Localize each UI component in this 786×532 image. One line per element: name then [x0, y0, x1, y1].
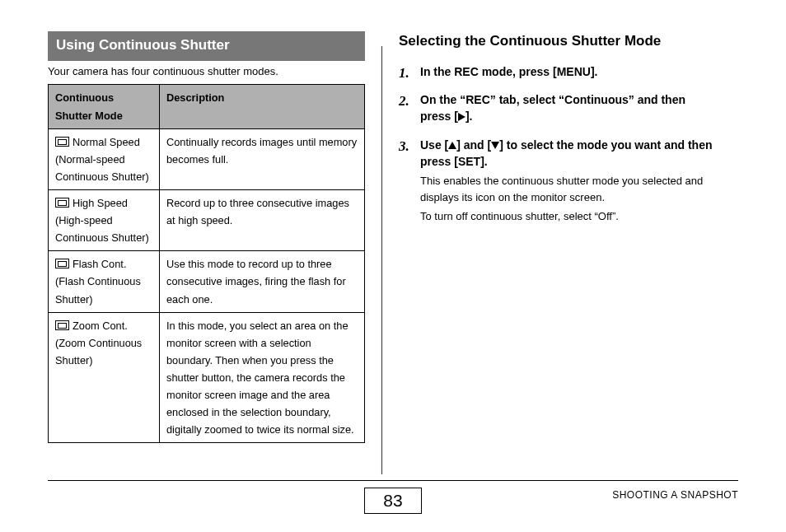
left-column: Using Continuous Shutter Your camera has… [48, 31, 381, 461]
mode-sub: (Normal-speed Continuous Shutter) [55, 151, 152, 185]
mode-cell: Normal Speed (Normal-speed Continuous Sh… [49, 128, 160, 189]
step-2: On the “REC” tab, select “Continuous” an… [399, 91, 716, 125]
step-text: Use [] and [] to select the mode you wan… [420, 138, 712, 168]
page-footer: 83 SHOOTING A SNAPSHOT [48, 480, 738, 516]
table-head-desc: Description [160, 85, 365, 128]
step-1: In the REC mode, press [MENU]. [399, 63, 716, 80]
mode-cell: High Speed (High-speed Continuous Shutte… [49, 190, 160, 251]
step-text: On the “REC” tab, select “Continuous” an… [420, 93, 685, 123]
desc-cell: In this mode, you select an area on the … [160, 312, 365, 443]
table-row: Flash Cont. (Flash Continuous Shutter) U… [49, 251, 365, 312]
mode-cell: Zoom Cont. (Zoom Continuous Shutter) [49, 312, 160, 443]
right-heading: Selecting the Continuous Shutter Mode [399, 31, 716, 52]
desc-cell: Continually records images until memory … [160, 128, 365, 189]
step-frag: ] and [ [456, 138, 491, 152]
mode-sub: (High-speed Continuous Shutter) [55, 212, 152, 246]
table-row: Zoom Cont. (Zoom Continuous Shutter) In … [49, 312, 365, 443]
table-row: Normal Speed (Normal-speed Continuous Sh… [49, 128, 365, 189]
steps-list: In the REC mode, press [MENU]. On the “R… [399, 63, 716, 225]
desc-cell: Use this mode to record up to three cons… [160, 251, 365, 312]
footer-label: SHOOTING A SNAPSHOT [612, 489, 738, 501]
mode-cell: Flash Cont. (Flash Continuous Shutter) [49, 251, 160, 312]
high-speed-icon [55, 198, 69, 208]
right-column: Selecting the Continuous Shutter Mode In… [382, 31, 716, 461]
table-row: High Speed (High-speed Continuous Shutte… [49, 190, 365, 251]
mode-sub: (Flash Continuous Shutter) [55, 273, 152, 307]
step-3: Use [] and [] to select the mode you wan… [399, 137, 716, 225]
zoom-cont-icon [55, 320, 69, 330]
step-sub-text: To turn off continuous shutter, select “… [420, 208, 716, 225]
flash-cont-icon [55, 259, 69, 268]
step-frag: ]. [466, 110, 473, 123]
down-arrow-icon [491, 142, 499, 149]
intro-text: Your camera has four continuous shutter … [48, 64, 365, 80]
right-arrow-icon [458, 113, 466, 121]
up-arrow-icon [448, 142, 456, 149]
table-head-mode: Continuous Shutter Mode [49, 85, 160, 128]
normal-speed-icon [55, 137, 69, 147]
table-header-row: Continuous Shutter Mode Description [49, 85, 365, 128]
step-sub-text: This enables the continuous shutter mode… [420, 173, 716, 205]
footer-row: 83 SHOOTING A SNAPSHOT [48, 486, 738, 516]
mode-sub: (Zoom Continuous Shutter) [55, 334, 152, 369]
mode-name: Zoom Cont. [73, 320, 128, 332]
footer-rule [48, 480, 738, 481]
shutter-modes-table: Continuous Shutter Mode Description Norm… [48, 84, 365, 443]
desc-cell: Record up to three consecutive images at… [160, 190, 365, 251]
mode-name: Flash Cont. [73, 258, 126, 270]
step-text: In the REC mode, press [MENU]. [420, 65, 597, 78]
page-number: 83 [364, 488, 421, 514]
mode-name: High Speed [73, 197, 128, 209]
section-title-bar: Using Continuous Shutter [48, 31, 365, 61]
page-body: Using Continuous Shutter Your camera has… [0, 0, 786, 461]
mode-name: Normal Speed [73, 136, 140, 148]
step-frag: Use [ [420, 138, 448, 152]
